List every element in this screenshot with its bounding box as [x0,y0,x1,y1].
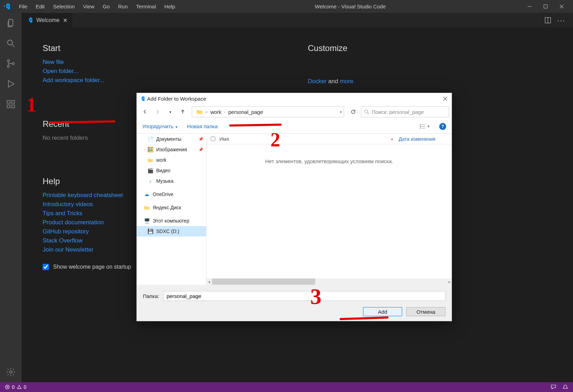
select-all-checkbox[interactable] [211,137,215,141]
start-section-title: Start [43,43,287,53]
side-thispc[interactable]: 🖥️Этот компьютер [137,216,206,226]
minimize-button[interactable] [521,0,537,13]
side-documents[interactable]: 📄Документы📌 [137,134,206,144]
svg-rect-9 [7,101,10,103]
address-dropdown[interactable]: ▾ [340,110,342,114]
menu-run[interactable]: Run [114,1,132,12]
svg-rect-12 [12,101,14,103]
side-work[interactable]: work [137,155,206,165]
maximize-button[interactable] [537,0,553,13]
column-date[interactable]: Дата изменения [399,136,448,142]
status-bar: 0 0 [0,382,573,392]
more-link[interactable]: more [340,78,354,85]
address-bar[interactable]: « work › personal_page ▾ [192,106,344,117]
source-control-icon[interactable] [6,58,16,69]
dialog-close-button[interactable] [438,93,452,104]
tab-welcome[interactable]: Welcome ✕ [22,13,72,28]
title-bar: File Edit Selection View Go Run Terminal… [0,0,573,13]
side-onedrive[interactable]: ☁OneDrive [137,189,206,199]
svg-point-6 [7,60,9,62]
more-actions-icon[interactable]: ··· [556,15,567,26]
recent-locations-dropdown[interactable]: ▾ [165,106,176,117]
search-icon[interactable] [6,38,16,49]
warning-icon [17,385,22,390]
tab-close-icon[interactable]: ✕ [63,17,67,24]
svg-rect-22 [422,128,425,129]
onedrive-icon: ☁ [144,191,150,197]
side-yadisk[interactable]: Яндекс.Диск [137,202,206,213]
show-welcome-label: Show welcome page on startup [53,264,131,270]
view-mode-button[interactable]: ▼ [419,124,430,129]
notifications-icon[interactable] [563,384,568,390]
forward-button[interactable] [152,106,163,117]
activity-bar [0,13,22,382]
show-welcome-checkbox[interactable] [43,264,49,270]
svg-rect-18 [420,126,421,127]
side-sdxc[interactable]: 💾SDXC (D:) [137,226,206,237]
close-button[interactable] [553,0,570,13]
folder-name-label: Папка: [143,293,159,299]
images-icon: 🖼️ [147,146,153,153]
folder-tree-panel: 📄Документы📌 🖼️Изображения📌 work 🎬Видео ♪… [137,134,206,285]
folder-icon [194,108,205,115]
settings-gear-icon[interactable] [6,367,16,377]
new-folder-button[interactable]: Новая папка [187,123,217,129]
side-music[interactable]: ♪Музыка [137,176,206,186]
vscode-icon [139,96,145,102]
window-title: Welcome - Visual Studio Code [179,3,521,9]
menu-file[interactable]: File [15,1,31,12]
horizontal-scrollbar[interactable]: ◂ ▸ [206,278,452,285]
cancel-button[interactable]: Отмена [406,307,445,316]
tools-languages-partial: Docker and more [308,78,552,85]
organize-button[interactable]: Упорядочить ▼ [142,123,178,129]
svg-point-7 [7,65,9,67]
yadisk-icon [144,204,150,211]
help-button[interactable]: ? [439,123,446,130]
menu-help[interactable]: Help [160,1,179,12]
menu-edit[interactable]: Edit [31,1,49,12]
folder-name-input[interactable] [164,291,445,301]
dialog-title-bar: Add Folder to Workspace [137,93,452,104]
vscode-logo-icon [3,3,10,10]
breadcrumb-personal-page[interactable]: personal_page [226,108,265,116]
new-file-link[interactable]: New file [43,59,287,66]
breadcrumb-work[interactable]: work [208,108,224,116]
split-editor-icon[interactable] [543,16,552,25]
svg-rect-0 [528,6,531,7]
svg-rect-1 [544,5,547,8]
side-video[interactable]: 🎬Видео [137,165,206,176]
problems-status[interactable]: 0 0 [5,384,27,390]
add-workspace-folder-link[interactable]: Add workspace folder... [43,77,287,84]
search-input[interactable]: Поиск: personal_page [361,106,449,117]
vscode-icon [27,17,33,23]
refresh-button[interactable] [348,106,359,117]
side-images[interactable]: 🖼️Изображения📌 [137,144,206,155]
computer-icon: 🖥️ [144,218,150,224]
menu-selection[interactable]: Selection [49,1,79,12]
svg-line-16 [368,113,369,114]
docker-link[interactable]: Docker [308,78,327,85]
sd-card-icon: 💾 [147,228,153,234]
empty-folder-message: Нет элементов, удовлетворяющих условиям … [206,144,452,278]
explorer-icon[interactable] [6,18,16,28]
up-button[interactable] [177,106,188,117]
extensions-icon[interactable] [6,99,16,109]
dialog-title: Add Folder to Workspace [147,96,206,102]
tab-label: Welcome [36,17,59,23]
customize-section-title: Customize [308,43,552,53]
menu-terminal[interactable]: Terminal [132,1,160,12]
feedback-icon[interactable] [551,384,556,390]
open-folder-link[interactable]: Open folder... [43,68,287,75]
search-icon [364,109,369,114]
svg-point-8 [12,63,14,65]
column-name[interactable]: Имя [219,136,229,142]
svg-rect-11 [12,105,14,108]
video-icon: 🎬 [147,167,153,174]
dialog-nav-bar: ▾ « work › personal_page ▾ Поиск: person… [137,104,452,119]
back-button[interactable] [139,106,151,117]
menu-view[interactable]: View [79,1,99,12]
add-button[interactable]: Add [363,307,402,316]
run-debug-icon[interactable] [6,79,16,89]
menu-go[interactable]: Go [99,1,114,12]
svg-point-15 [365,110,368,113]
